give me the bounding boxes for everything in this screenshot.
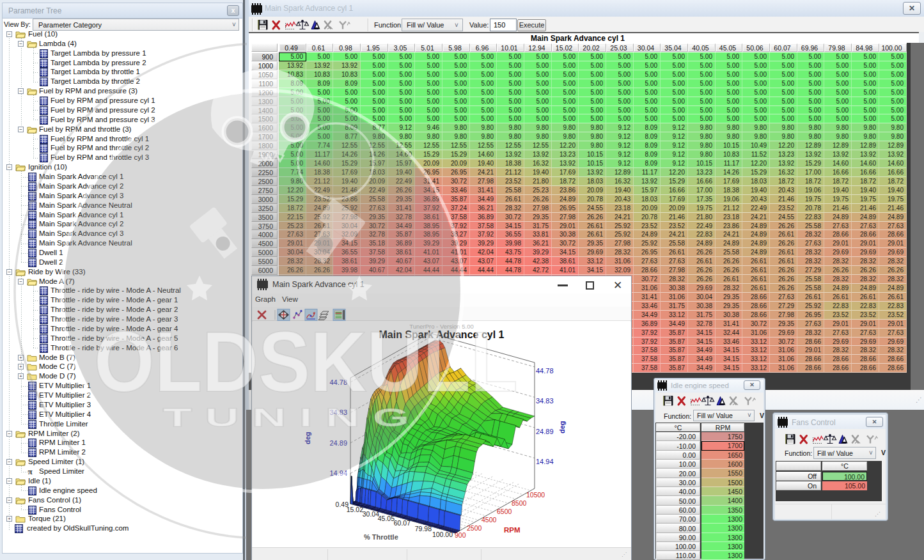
svg-text:30.04: 30.04 <box>363 510 379 518</box>
svg-text:34.83: 34.83 <box>329 408 347 416</box>
svg-text:2500: 2500 <box>467 524 482 532</box>
svg-text:10500: 10500 <box>526 491 545 499</box>
svg-text:15.02: 15.02 <box>347 506 363 513</box>
svg-text:8500: 8500 <box>512 499 527 507</box>
svg-text:deg: deg <box>558 421 566 433</box>
svg-text:34.83: 34.83 <box>536 397 554 405</box>
svg-text:44.78: 44.78 <box>536 367 554 375</box>
svg-text:4500: 4500 <box>482 516 497 524</box>
svg-text:14.94: 14.94 <box>329 469 347 477</box>
svg-text:60.07: 60.07 <box>394 519 411 527</box>
svg-text:44.78: 44.78 <box>329 378 347 386</box>
svg-text:% Throttle: % Throttle <box>364 533 398 541</box>
svg-text:RPM: RPM <box>504 526 521 534</box>
svg-text:79.98: 79.98 <box>415 525 432 533</box>
svg-text:24.89: 24.89 <box>329 439 347 447</box>
svg-text:6500: 6500 <box>497 508 512 515</box>
svg-text:45.05: 45.05 <box>378 515 395 522</box>
svg-text:100.00: 100.00 <box>432 531 453 538</box>
svg-text:900: 900 <box>455 531 466 539</box>
svg-text:14.94: 14.94 <box>536 458 554 465</box>
svg-text:24.89: 24.89 <box>536 428 554 435</box>
svg-text:deg: deg <box>304 432 311 444</box>
